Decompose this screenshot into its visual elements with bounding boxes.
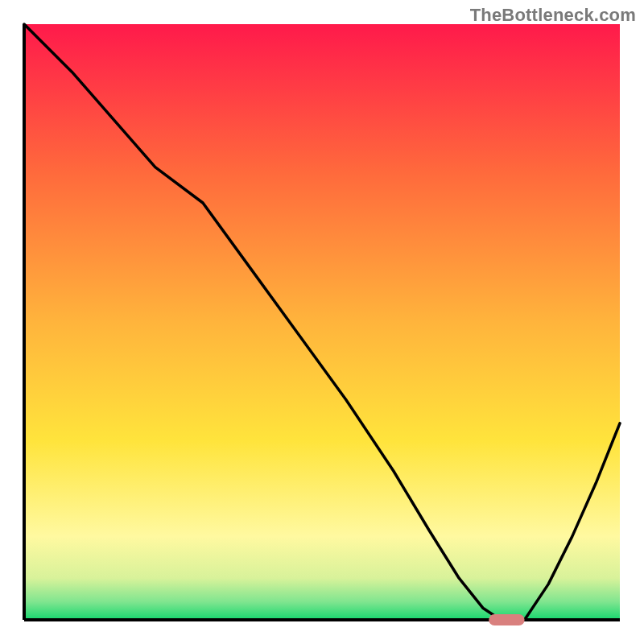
optimal-marker bbox=[489, 614, 524, 625]
chart-container: TheBottleneck.com bbox=[0, 0, 644, 644]
bottleneck-chart bbox=[0, 0, 644, 644]
plot-gradient-area bbox=[24, 24, 620, 620]
watermark-text: TheBottleneck.com bbox=[470, 5, 636, 26]
